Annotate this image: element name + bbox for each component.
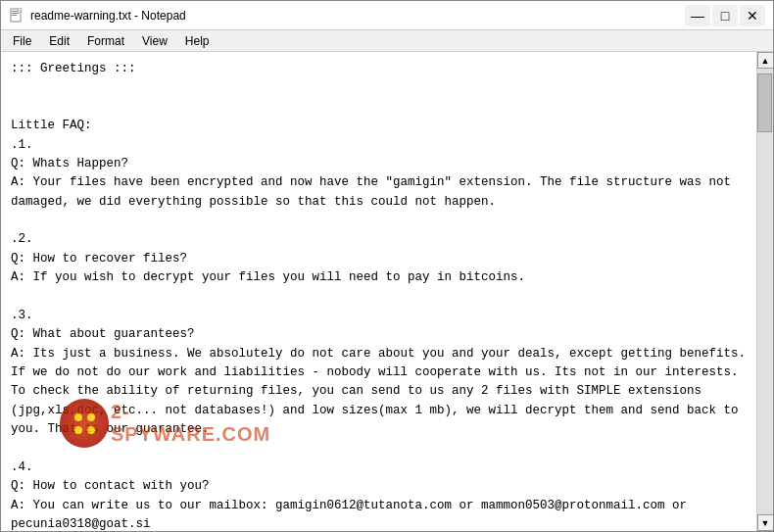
svg-rect-3 xyxy=(12,15,17,16)
menu-help[interactable]: Help xyxy=(177,32,218,50)
scroll-up-button[interactable]: ▲ xyxy=(757,52,774,69)
svg-rect-2 xyxy=(12,13,19,14)
title-bar-left: readme-warning.txt - Notepad xyxy=(9,8,186,24)
notepad-window: readme-warning.txt - Notepad — □ ✕ File … xyxy=(0,0,774,532)
content-wrapper: ::: Greetings ::: Little FAQ: .1. Q: Wha… xyxy=(1,52,773,531)
maximize-button[interactable]: □ xyxy=(712,5,738,26)
scroll-thumb[interactable] xyxy=(757,73,772,132)
scroll-down-button[interactable]: ▼ xyxy=(757,514,774,531)
window-controls: — □ ✕ xyxy=(685,5,765,26)
minimize-button[interactable]: — xyxy=(685,5,710,26)
svg-rect-4 xyxy=(18,8,22,12)
window-title: readme-warning.txt - Notepad xyxy=(30,9,186,23)
menu-bar: File Edit Format View Help xyxy=(1,30,773,52)
text-content[interactable]: ::: Greetings ::: Little FAQ: .1. Q: Wha… xyxy=(1,52,756,531)
menu-file[interactable]: File xyxy=(5,32,39,50)
title-bar: readme-warning.txt - Notepad — □ ✕ xyxy=(1,1,773,30)
menu-view[interactable]: View xyxy=(134,32,175,50)
vertical-scrollbar: ▲ ▼ xyxy=(756,52,773,531)
menu-edit[interactable]: Edit xyxy=(41,32,77,50)
close-button[interactable]: ✕ xyxy=(740,5,765,26)
scroll-track[interactable] xyxy=(757,69,773,514)
notepad-icon xyxy=(9,8,24,24)
menu-format[interactable]: Format xyxy=(79,32,132,50)
